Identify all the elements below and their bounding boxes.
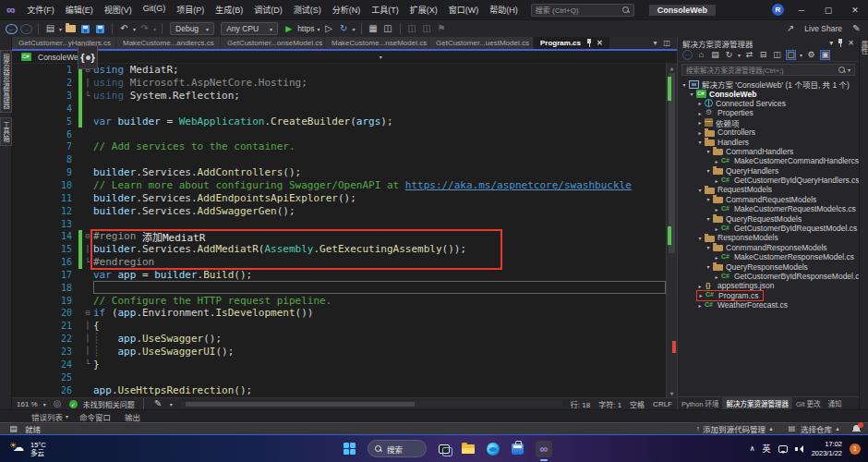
fold-marker[interactable]: │: [82, 246, 93, 253]
tree-item[interactable]: ▾ CommandRequestModels: [678, 195, 859, 204]
notifications-bell-icon[interactable]: [852, 425, 861, 433]
tree-item[interactable]: ▸ appsettings.json: [678, 281, 859, 290]
code-line[interactable]: 13: [12, 217, 666, 230]
tree-expander-icon[interactable]: ▾: [681, 81, 688, 88]
environment-icon[interactable]: [382, 24, 394, 33]
start-debug-icon[interactable]: ▶: [283, 25, 295, 33]
menu-item[interactable]: 帮助(H): [484, 4, 524, 16]
tree-item[interactable]: ▸ WeatherForecast.cs: [678, 300, 859, 310]
preview-selected-items-icon[interactable]: [820, 50, 830, 60]
document-tab[interactable]: GetCustomer...uestModel.cs ✕: [429, 37, 533, 49]
switch-views-icon[interactable]: [710, 51, 720, 59]
edge-browser-button[interactable]: [487, 443, 500, 456]
tree-expander-icon[interactable]: ▾: [705, 263, 712, 270]
weather-widget[interactable]: 15°C 多云: [0, 441, 46, 457]
user-avatar[interactable]: R: [772, 4, 784, 16]
code-line[interactable]: 3 └ using System.Reflection;: [12, 90, 666, 103]
code-editor[interactable]: 1 ⊟ using MediatR; 2 │: [12, 64, 677, 397]
horizontal-scrollbar[interactable]: [181, 401, 562, 407]
tree-item[interactable]: ▾ ResponseModels: [678, 233, 859, 242]
close-panel-icon[interactable]: ✕: [848, 39, 854, 47]
document-tab[interactable]: GetCustomer...yHandlers.cs ✕: [12, 37, 115, 49]
code-line[interactable]: 8: [12, 153, 666, 166]
navigate-forward-icon[interactable]: [20, 24, 32, 34]
tab-list-dropdown-icon[interactable]: ▾: [653, 39, 657, 47]
tree-item[interactable]: ▸ GetCustomerByIdRequestModel.cs: [678, 224, 859, 233]
nav-dropdown-icon[interactable]: ▾: [380, 54, 382, 60]
tree-expander-icon[interactable]: ▸: [713, 254, 720, 261]
code-line[interactable]: 23 │ ┊ app.UseSwaggerUI();: [12, 346, 666, 359]
tool-window-tab[interactable]: Python 环境: [678, 397, 722, 409]
menu-item[interactable]: 视图(V): [99, 4, 138, 16]
hot-reload-icon[interactable]: [338, 24, 350, 33]
tool-icon-2[interactable]: [421, 24, 433, 33]
bottom-panel-tab[interactable]: 命令窗口: [79, 411, 114, 422]
code-cleanup-icon[interactable]: [152, 399, 164, 408]
navigate-back-icon[interactable]: [6, 24, 18, 34]
tree-expander-icon[interactable]: ▾: [705, 167, 712, 174]
tree-expander-icon[interactable]: ▾: [705, 215, 712, 222]
window-position-icon[interactable]: ▾: [829, 39, 833, 47]
document-tab[interactable]: MakeCustome...nseModel.cs ✕: [325, 37, 428, 49]
tree-item[interactable]: ▸ Program.cs: [678, 291, 859, 300]
code-line[interactable]: 24 └ }: [12, 358, 666, 371]
notification-count-badge[interactable]: 1: [850, 444, 861, 455]
tool-window-tab[interactable]: 解决方案资源管理器: [722, 397, 792, 409]
tree-expander-icon[interactable]: ▸: [713, 274, 720, 280]
taskbar-search[interactable]: 搜索: [368, 440, 427, 457]
configuration-dropdown[interactable]: Debug▾: [170, 22, 214, 35]
start-without-debug-icon[interactable]: ▷: [323, 24, 335, 33]
speaker-icon[interactable]: [795, 444, 804, 453]
new-item-icon[interactable]: [44, 24, 56, 33]
project-dropdown[interactable]: ConsoleWeb: [38, 53, 83, 62]
tree-item[interactable]: ▾ RequestModels: [678, 185, 859, 194]
tool-icon-1[interactable]: [406, 24, 418, 33]
tree-item[interactable]: ▾ ConsoleWeb: [678, 89, 859, 98]
fold-marker[interactable]: │: [82, 347, 93, 355]
chat-icon[interactable]: [778, 445, 788, 453]
input-method-indicator[interactable]: 英: [763, 443, 771, 455]
zoom-caret-icon[interactable]: ▾: [43, 401, 46, 407]
code-line[interactable]: 1 ⊟ using MediatR;: [12, 64, 666, 77]
start-button[interactable]: [344, 443, 356, 455]
save-icon[interactable]: [79, 25, 91, 33]
zoom-level[interactable]: 161 %: [17, 400, 38, 408]
code-line[interactable]: 10 // Learn more about configuring Swagg…: [12, 179, 666, 192]
horizontal-scrollbar-thumb[interactable]: [186, 402, 415, 407]
menu-item[interactable]: 扩展(X): [404, 4, 443, 16]
menu-item[interactable]: 编辑(E): [60, 4, 99, 16]
code-line[interactable]: 6: [12, 128, 666, 140]
tree-expander-icon[interactable]: ▸: [696, 302, 704, 309]
code-line[interactable]: 18: [12, 281, 666, 294]
tree-expander-icon[interactable]: ▾: [696, 139, 704, 145]
solution-search-box[interactable]: 搜索解决方案资源管理器(Ctrl+;) ▾: [681, 64, 855, 76]
split-window-icon[interactable]: ◫: [663, 39, 670, 47]
properties-icon[interactable]: [772, 51, 782, 59]
tree-expander-icon[interactable]: ▾: [705, 148, 712, 154]
feedback-icon[interactable]: [850, 24, 862, 33]
live-share-label[interactable]: Live Share: [804, 24, 842, 33]
tree-item[interactable]: ▸ MakeCustomerCommandHandlercs.cs: [678, 156, 859, 165]
run-profile-label[interactable]: https: [297, 24, 314, 33]
minimize-button[interactable]: ─: [792, 6, 811, 15]
tree-item[interactable]: ▸ Properties: [678, 108, 859, 117]
vertical-scrollbar[interactable]: ▲ ▼: [666, 64, 677, 397]
tree-expander-icon[interactable]: ▸: [713, 177, 720, 184]
tree-item[interactable]: ▾ Handlers: [678, 137, 859, 146]
add-to-source-control-button[interactable]: ↑ 添加到源代码管理 ▲: [696, 423, 774, 434]
tree-expander-icon[interactable]: ▸: [713, 225, 720, 232]
build-icon[interactable]: [368, 24, 380, 33]
tree-item[interactable]: ▾ QueryResponseModels: [678, 261, 859, 271]
document-tab[interactable]: MakeCustome...andlercs.cs ✕: [116, 37, 220, 49]
eol-indicator[interactable]: CRLF: [653, 400, 672, 408]
tree-expander-icon[interactable]: ▾: [688, 91, 695, 97]
tree-expander-icon[interactable]: ▾: [705, 244, 712, 250]
code-line[interactable]: 11 builder.Services.AddEndpointsApiExplo…: [12, 191, 666, 204]
refresh-icon[interactable]: [724, 51, 734, 59]
menu-item[interactable]: 测试(S): [288, 4, 327, 16]
menu-item[interactable]: 工具(T): [366, 4, 404, 16]
code-line[interactable]: 5 var builder = WebApplication.CreateBui…: [12, 115, 666, 128]
fold-marker[interactable]: └: [82, 92, 93, 100]
tree-expander-icon[interactable]: ▸: [696, 110, 704, 116]
tree-item[interactable]: ▾ QueryRequestModels: [678, 213, 859, 223]
